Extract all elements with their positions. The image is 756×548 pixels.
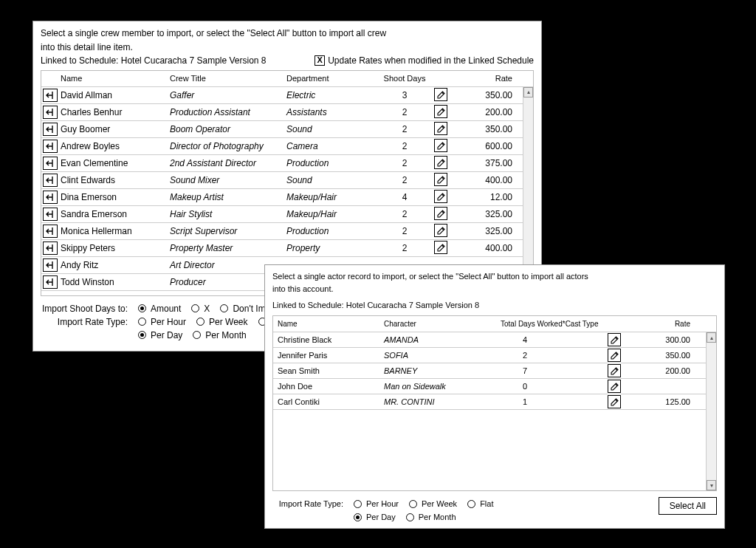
crew-name: Clint Edwards xyxy=(61,175,170,185)
svg-rect-13 xyxy=(611,383,619,391)
crew-shoot-days: 2 xyxy=(375,141,434,151)
crew-title: Hair Stylist xyxy=(170,209,286,219)
svg-rect-5 xyxy=(437,176,445,184)
svg-rect-1 xyxy=(437,108,445,116)
actor-rate: 125.00 xyxy=(637,397,696,406)
actors-linked-schedule: Linked to Schedule: Hotel Cucaracha 7 Sa… xyxy=(272,300,717,311)
import-arrow-icon[interactable] xyxy=(43,140,58,153)
import-arrow-icon[interactable] xyxy=(43,275,58,289)
edit-icon[interactable] xyxy=(608,349,621,362)
edit-icon[interactable] xyxy=(608,364,621,377)
scroll-up-icon[interactable]: ▴ xyxy=(523,87,533,97)
radio-per-week[interactable] xyxy=(409,500,417,508)
actor-character: AMANDA xyxy=(384,335,501,344)
import-arrow-icon[interactable] xyxy=(43,106,58,119)
radio-amount[interactable] xyxy=(138,304,146,312)
svg-rect-0 xyxy=(437,91,445,99)
svg-rect-9 xyxy=(437,244,445,252)
radio-per-day[interactable] xyxy=(354,513,362,521)
radio-per-month[interactable] xyxy=(193,331,201,339)
crew-rate: 375.00 xyxy=(464,158,515,168)
actors-instruction-line1: Select a single actor record to import, … xyxy=(272,271,717,282)
crew-shoot-days: 2 xyxy=(375,243,434,253)
table-row: Clint EdwardsSound MixerSound2400.00 xyxy=(41,172,533,189)
svg-rect-2 xyxy=(437,125,445,133)
table-row: Skippy PetersProperty MasterProperty2400… xyxy=(41,240,533,257)
radio-dont-import[interactable] xyxy=(220,304,228,312)
actor-character: BARNEY xyxy=(384,366,501,375)
import-arrow-icon[interactable] xyxy=(43,174,58,187)
edit-icon[interactable] xyxy=(434,88,447,101)
import-arrow-icon[interactable] xyxy=(43,123,58,136)
crew-rate: 12.00 xyxy=(464,192,515,202)
crew-title: Production Assistant xyxy=(170,107,286,117)
crew-rate: 350.00 xyxy=(464,124,515,134)
import-arrow-icon[interactable] xyxy=(43,225,58,238)
crew-shoot-days: 4 xyxy=(375,192,434,202)
radio-flat[interactable] xyxy=(467,500,475,508)
crew-instruction-line1: Select a single crew member to import, o… xyxy=(41,27,534,40)
table-row: Sandra EmersonHair StylistMakeup/Hair232… xyxy=(41,206,533,223)
crew-title: Makeup Artist xyxy=(170,192,286,202)
crew-table-header: Name Crew Title Department Shoot Days Ra… xyxy=(41,71,533,87)
edit-icon[interactable] xyxy=(434,224,447,237)
edit-icon[interactable] xyxy=(434,190,447,203)
crew-title: Boom Operator xyxy=(170,124,286,134)
svg-rect-6 xyxy=(437,193,445,201)
scroll-down-icon[interactable]: ▾ xyxy=(707,480,716,490)
actor-character: SOFIA xyxy=(384,351,501,360)
edit-icon[interactable] xyxy=(434,207,447,220)
acol-name: Name xyxy=(273,320,384,328)
edit-icon[interactable] xyxy=(434,241,447,254)
update-rates-checkbox[interactable]: X xyxy=(315,55,325,66)
table-row: Sean SmithBARNEY7200.00 xyxy=(273,363,716,379)
crew-name: Dina Emerson xyxy=(61,192,170,202)
actors-table-body: Christine BlackAMANDA4300.00Jennifer Par… xyxy=(273,332,716,490)
radio-per-week[interactable] xyxy=(196,318,205,326)
import-arrow-icon[interactable] xyxy=(43,89,58,102)
import-arrow-icon[interactable] xyxy=(43,157,58,170)
actor-days: 0 xyxy=(501,382,608,391)
actors-scrollbar[interactable]: ▴ ▾ xyxy=(706,332,716,490)
scroll-up-icon[interactable]: ▴ xyxy=(707,332,716,343)
edit-icon[interactable] xyxy=(434,173,447,186)
crew-rate: 400.00 xyxy=(464,175,515,185)
crew-name: Todd Winston xyxy=(61,277,170,287)
crew-rate: 600.00 xyxy=(464,141,515,151)
crew-name: David Allman xyxy=(61,90,170,100)
radio-per-hour[interactable] xyxy=(354,500,362,508)
crew-shoot-days: 2 xyxy=(375,158,434,168)
edit-icon[interactable] xyxy=(434,156,447,169)
import-rate-type-label: Import Rate Type: xyxy=(41,317,131,327)
crew-name: Guy Boomer xyxy=(61,124,170,134)
crew-instruction-line2: into this detail line item. xyxy=(41,41,534,54)
import-arrow-icon[interactable] xyxy=(43,258,58,272)
actor-days: 4 xyxy=(501,335,608,344)
radio-per-month[interactable] xyxy=(406,513,414,521)
import-arrow-icon[interactable] xyxy=(43,208,58,221)
table-row: John DoeMan on Sidewalk0 xyxy=(273,379,716,394)
radio-per-hour[interactable] xyxy=(138,318,146,326)
actor-rate: 200.00 xyxy=(637,366,696,375)
import-arrow-icon[interactable] xyxy=(43,242,58,255)
crew-department: Property xyxy=(286,243,375,253)
crew-shoot-days: 2 xyxy=(375,209,434,219)
actor-name: Sean Smith xyxy=(273,366,384,375)
table-row: Monica HellermanScript SupervisorProduct… xyxy=(41,223,533,240)
edit-icon[interactable] xyxy=(434,105,447,118)
crew-shoot-days: 2 xyxy=(375,124,434,134)
import-arrow-icon[interactable] xyxy=(43,191,58,204)
edit-icon[interactable] xyxy=(608,395,621,408)
radio-per-day[interactable] xyxy=(138,331,146,339)
edit-icon[interactable] xyxy=(608,333,621,346)
edit-icon[interactable] xyxy=(434,122,447,135)
acol-rate: Rate xyxy=(637,320,696,328)
crew-title: Property Master xyxy=(170,243,286,253)
radio-x[interactable] xyxy=(191,304,199,312)
svg-rect-10 xyxy=(611,336,619,344)
edit-icon[interactable] xyxy=(608,380,621,393)
crew-department: Production xyxy=(286,226,375,236)
actor-character: MR. CONTINI xyxy=(384,397,501,406)
select-all-button[interactable]: Select All xyxy=(659,497,717,515)
edit-icon[interactable] xyxy=(434,139,447,152)
